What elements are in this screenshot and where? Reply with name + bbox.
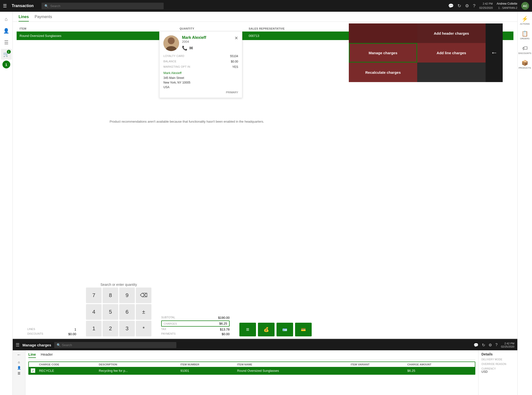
close-customer-icon[interactable]: ✕: [234, 35, 238, 41]
customer-header: Mark Alexieff 2004 📞 ✉ ✕: [163, 35, 238, 51]
sidebar-menu-icon[interactable]: ☰: [1, 37, 12, 48]
key-3[interactable]: 3: [119, 321, 135, 336]
search-input[interactable]: [50, 4, 161, 8]
manage-table-row[interactable]: ✓ RECYCLE Recycling fee for p... 91001 R…: [29, 367, 475, 374]
right-sidebar: ⚡ ACTIONS 📋 ORDERS 🏷 DISCOUNTS 📦 PRODUCT…: [517, 12, 532, 395]
key-8[interactable]: 8: [103, 288, 118, 303]
tab-lines[interactable]: Lines: [19, 15, 29, 21]
discount-icon-btn[interactable]: 💰: [258, 323, 275, 336]
manage-search-bar[interactable]: 🔍: [54, 342, 176, 348]
manage-hamburger-icon[interactable]: ☰: [16, 342, 20, 348]
add-line-charges-btn[interactable]: Add line charges: [417, 43, 486, 63]
sidebar-cart-icon[interactable]: 🛒: [1, 49, 12, 60]
key-backspace[interactable]: ⌫: [136, 288, 151, 303]
orders-label: ORDERS: [520, 37, 530, 40]
tab-line[interactable]: Line: [28, 352, 36, 358]
key-5[interactable]: 5: [103, 304, 118, 320]
sidebar-customers-icon[interactable]: 👤: [1, 25, 12, 36]
subtotal-label: SUBTOTAL: [161, 316, 175, 320]
refresh-icon[interactable]: ↻: [458, 3, 461, 9]
card-btn[interactable]: 🪪: [277, 323, 293, 336]
tab-header[interactable]: Header: [41, 352, 53, 358]
manage-charges-btn[interactable]: Manage charges: [349, 43, 417, 63]
manage-time-block: 2:42 PM 02/25/2020: [501, 342, 514, 348]
override-reason-label: OVERRIDE REASON: [481, 363, 514, 365]
sidebar-home-icon[interactable]: ⌂: [1, 14, 12, 24]
recommendation-text: Product recommendations aren't available…: [27, 114, 346, 129]
manage-menu-icon[interactable]: ☰: [18, 372, 21, 375]
recalculate-charges-btn[interactable]: Recalculate charges: [349, 63, 417, 82]
manage-chat-icon[interactable]: 💬: [474, 343, 479, 347]
delivery-mode-label: DELIVERY MODE: [481, 358, 514, 361]
currency-label: CURRENCY: [481, 367, 514, 370]
numpad-grid: 7 8 9 ⌫ 4 5 6 ± 1 2 3 *: [86, 288, 151, 336]
wallet-btn[interactable]: 💳: [295, 323, 312, 336]
search-bar[interactable]: 🔍: [42, 3, 164, 9]
manage-refresh-icon[interactable]: ↻: [482, 343, 485, 347]
page-tabs: Lines Payments: [13, 12, 517, 22]
payments-value: $0.00: [222, 332, 230, 336]
tab-payments[interactable]: Payments: [35, 15, 52, 21]
customer-panel: Mark Alexieff 2004 📞 ✉ ✕ LOYALTY CARD 55…: [159, 31, 242, 98]
manage-help-icon[interactable]: ?: [495, 343, 498, 347]
key-9[interactable]: 9: [119, 288, 135, 303]
hamburger-icon[interactable]: ☰: [3, 3, 7, 9]
customer-info: Mark Alexieff 2004 📞 ✉: [179, 35, 234, 51]
settings-icon[interactable]: ⚙: [465, 3, 469, 9]
manage-charges-content: ← ⌂ 👤 ☰ Line Header: [13, 350, 517, 395]
search-icon: 🔍: [44, 4, 48, 8]
tax-row: TAX $13.78: [161, 327, 230, 332]
manage-customers-icon[interactable]: 👤: [17, 366, 21, 370]
actions-panel: Add header charges Manage charges Add li…: [349, 23, 503, 82]
empty-bottom-right: [417, 63, 486, 82]
balance-value: $0.00: [231, 60, 238, 63]
marketing-opt-in-row: MARKETING OPT IN YES: [163, 64, 238, 70]
payments-label: PAYMENTS: [161, 332, 176, 336]
customer-link[interactable]: Mark Alexieff: [163, 71, 238, 75]
phone-icon[interactable]: 📞: [182, 45, 187, 51]
sidebar-products-item[interactable]: 📦 PRODUCTS: [518, 58, 532, 71]
date-display: 02/25/2020: [479, 6, 493, 10]
row-charge-code: RECYCLE: [37, 367, 97, 374]
app-title: Transaction: [12, 4, 34, 8]
key-2[interactable]: 2: [103, 321, 118, 336]
manage-home-icon[interactable]: ⌂: [18, 360, 20, 364]
details-title: Details: [481, 352, 514, 356]
manage-charges-table-wrapper: CHARGE CODE DESCRIPTION ITEM NUMBER ITEM…: [28, 362, 475, 375]
key-4[interactable]: 4: [86, 304, 102, 320]
key-6[interactable]: 6: [119, 304, 135, 320]
checkbox-icon: ✓: [31, 368, 35, 373]
manage-back-icon[interactable]: ←: [17, 352, 21, 357]
col-checkbox: [29, 362, 37, 367]
sidebar-orders-item[interactable]: 📋 ORDERS: [518, 28, 532, 42]
equals-btn[interactable]: ≡: [239, 323, 256, 336]
sidebar-discounts-item[interactable]: 🏷 DISCOUNTS: [518, 43, 532, 57]
key-1[interactable]: 1: [86, 321, 102, 336]
key-plusminus[interactable]: ±: [136, 304, 151, 320]
key-7[interactable]: 7: [86, 288, 102, 303]
manage-charges-title: Manage charges: [22, 343, 51, 347]
manage-settings-icon[interactable]: ⚙: [489, 343, 492, 347]
user-avatar[interactable]: AC: [521, 2, 529, 10]
sidebar-number-badge: 1: [2, 61, 10, 68]
lines-row: LINES 1: [27, 327, 76, 332]
help-icon[interactable]: ?: [473, 3, 475, 9]
content-area: Lines Payments ITEM QUANTITY SALES REPRE…: [13, 12, 517, 395]
col-charge-code: CHARGE CODE: [37, 362, 97, 367]
manage-time: 2:42 PM: [504, 342, 514, 345]
chat-icon[interactable]: 💬: [448, 3, 454, 9]
manage-charges-main: Line Header CHARGE CODE DESCRIPTION I: [25, 350, 478, 395]
back-btn[interactable]: ←: [486, 23, 503, 82]
manage-search-input[interactable]: [62, 343, 174, 347]
row-item-name: Round Oversized Sunglasses: [235, 367, 349, 374]
charges-box: CHARGES $6.25: [161, 320, 230, 327]
col-quantity: QUANTITY: [177, 26, 246, 32]
col-item-name: ITEM NAME: [235, 362, 349, 367]
add-header-charges-btn[interactable]: Add header charges: [417, 23, 486, 43]
discounts-value: $0.00: [68, 332, 76, 336]
subtotal-value: $190.00: [218, 316, 230, 320]
email-icon[interactable]: ✉: [189, 45, 193, 51]
manage-date: 02/25/2020: [501, 345, 514, 348]
key-multiply[interactable]: *: [136, 321, 151, 336]
sidebar-actions-item[interactable]: ⚡ ACTIONS: [518, 14, 532, 27]
